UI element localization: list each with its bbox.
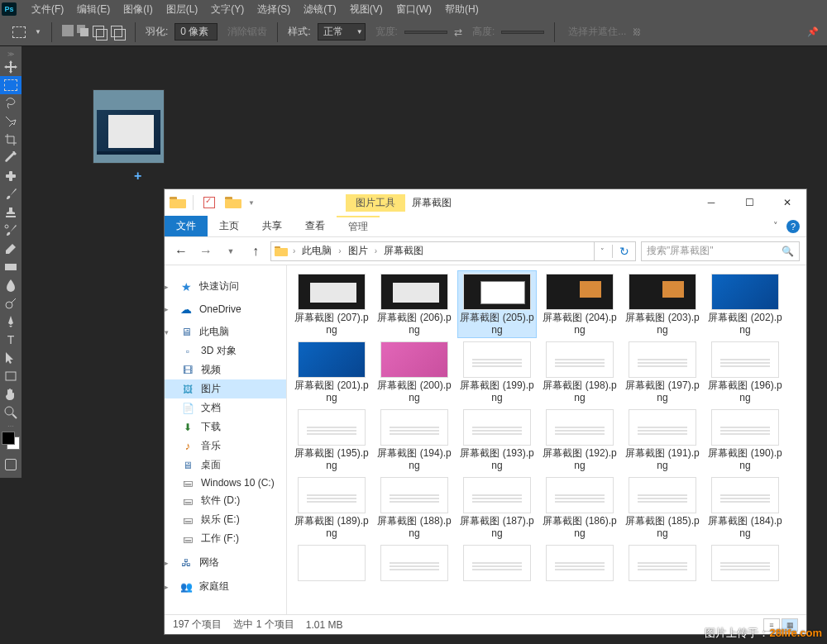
file-item[interactable]: 屏幕截图 (193).png [457,406,537,474]
nav-onedrive[interactable]: ☁OneDrive [165,301,286,317]
file-item[interactable]: 屏幕截图 (185).png [623,474,702,541]
file-item[interactable]: 屏幕截图 (199).png [457,338,537,406]
move-tool[interactable] [0,58,22,76]
folder-icon[interactable] [170,195,184,210]
nav-item[interactable]: 🖼图片 [165,379,286,398]
nav-item[interactable]: ♪音乐 [165,436,286,456]
file-item[interactable] [292,541,371,583]
file-item[interactable] [540,541,619,583]
file-item[interactable]: 屏幕截图 (186).png [540,474,619,541]
nav-item[interactable]: 🖴Windows 10 (C:) [165,475,286,491]
tab-home[interactable]: 主页 [208,216,251,236]
type-tool[interactable]: T [0,331,22,349]
forward-button[interactable]: → [196,241,216,261]
brush-tool[interactable] [0,185,22,203]
tool-preset-dropdown[interactable]: ▼ [35,28,41,36]
menu-item[interactable]: 滤镜(T) [297,2,342,17]
file-item[interactable]: 屏幕截图 (190).png [705,406,785,474]
file-item[interactable] [375,541,454,583]
menu-item[interactable]: 文字(Y) [204,2,251,17]
file-item[interactable]: 屏幕截图 (204).png [540,270,619,338]
lasso-tool[interactable] [0,94,22,112]
tab-share[interactable]: 共享 [251,216,294,236]
eraser-tool[interactable] [0,240,22,258]
rectangle-tool[interactable] [0,367,22,385]
search-input[interactable]: 搜索"屏幕截图" 🔍 [641,241,800,261]
chevron-right-icon[interactable]: › [289,246,299,255]
nav-item[interactable]: 🖴软件 (D:) [165,491,286,510]
chevron-right-icon[interactable]: › [371,246,380,255]
file-item[interactable]: 屏幕截图 (203).png [623,270,702,338]
new-selection-button[interactable] [62,25,74,36]
file-item[interactable]: 屏幕截图 (207).png [292,270,371,338]
nav-item[interactable]: 🖴娱乐 (E:) [165,510,286,529]
nav-network[interactable]: 🖧网络 [165,553,286,572]
file-item[interactable]: 屏幕截图 (202).png [705,270,785,338]
file-item[interactable]: 屏幕截图 (187).png [457,474,537,541]
menu-item[interactable]: 图层(L) [160,2,205,17]
up-button[interactable]: ↑ [246,241,265,261]
file-item[interactable]: 屏幕截图 (200).png [375,338,454,406]
maximize-button[interactable]: ☐ [730,190,768,215]
eyedropper-tool[interactable] [0,149,22,167]
subtract-selection-button[interactable] [92,25,107,40]
minimize-button[interactable]: ─ [692,190,730,215]
file-item[interactable] [457,541,537,583]
file-item[interactable]: 屏幕截图 (189).png [292,474,371,541]
nav-item[interactable]: 🖥桌面 [165,456,286,475]
file-item[interactable]: 屏幕截图 (205).png [457,270,537,338]
close-button[interactable]: ✕ [768,190,806,215]
breadcrumb-item[interactable]: 屏幕截图 [382,244,425,258]
file-item[interactable]: 屏幕截图 (184).png [705,474,785,541]
help-button[interactable]: ? [786,220,800,233]
menu-item[interactable]: 编辑(E) [70,2,117,17]
blur-tool[interactable] [0,276,22,294]
marquee-tool[interactable] [0,76,22,94]
file-item[interactable] [705,541,785,583]
stamp-tool[interactable] [0,203,22,222]
nav-item[interactable]: ⬇下载 [165,417,286,436]
marquee-tool-icon[interactable] [12,25,26,40]
address-dropdown-button[interactable]: ˅ [594,242,610,260]
healing-tool[interactable] [0,167,22,185]
menu-item[interactable]: 文件(F) [25,2,70,17]
pin-icon[interactable]: 📌 [807,26,819,37]
menu-item[interactable]: 图像(I) [117,2,159,17]
dodge-tool[interactable] [0,294,22,312]
file-item[interactable]: 屏幕截图 (188).png [375,474,454,541]
panel-handle[interactable]: ≫ [0,50,22,58]
crop-tool[interactable] [0,131,22,149]
nav-homegroup[interactable]: 👥家庭组 [165,577,286,596]
new-folder-button[interactable] [225,195,240,210]
file-list-pane[interactable]: 屏幕截图 (207).png屏幕截图 (206).png屏幕截图 (205).p… [287,265,806,614]
quick-select-tool[interactable] [0,112,22,131]
chevron-right-icon[interactable]: › [335,246,344,255]
nav-this-pc[interactable]: 🖥此电脑 [165,322,286,341]
file-item[interactable]: 屏幕截图 (194).png [375,406,454,474]
tab-manage[interactable]: 管理 [337,216,380,236]
edit-mode-button[interactable] [0,455,22,475]
zoom-tool[interactable] [0,403,22,422]
file-item[interactable]: 屏幕截图 (206).png [375,270,454,338]
file-item[interactable] [623,541,702,583]
explorer-titlebar[interactable]: ▼ 图片工具 屏幕截图 ─ ☐ ✕ [165,189,806,216]
breadcrumb-item[interactable]: 此电脑 [300,244,333,258]
menu-item[interactable]: 选择(S) [251,2,297,17]
menu-item[interactable]: 帮助(H) [438,2,485,17]
gradient-tool[interactable] [0,258,22,276]
properties-button[interactable] [202,195,217,210]
back-button[interactable]: ← [171,241,191,261]
file-item[interactable]: 屏幕截图 (192).png [540,406,619,474]
nav-item[interactable]: 🖴工作 (F:) [165,529,286,548]
search-icon[interactable]: 🔍 [782,246,794,257]
hand-tool[interactable] [0,385,22,403]
file-item[interactable]: 屏幕截图 (191).png [623,406,702,474]
style-select[interactable]: 正常▼ [318,23,366,41]
document-thumbnail[interactable] [93,89,165,164]
refresh-button[interactable]: ↻ [612,245,635,258]
feather-input[interactable]: 0 像素 [174,23,218,41]
navigation-pane[interactable]: ★快速访问 ☁OneDrive 🖥此电脑 ▫3D 对象🎞视频🖼图片📄文档⬇下载♪… [165,265,287,614]
intersect-selection-button[interactable] [110,25,125,40]
tab-view[interactable]: 查看 [294,216,337,236]
qat-dropdown[interactable]: ▼ [248,199,255,207]
